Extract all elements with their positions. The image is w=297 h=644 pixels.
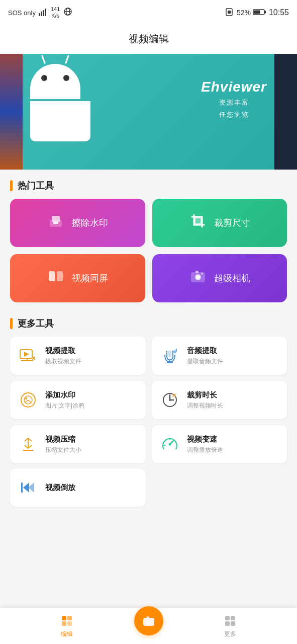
add-watermark-name: 添加水印 (45, 390, 84, 400)
splitscreen-icon (47, 267, 65, 289)
nav-item-edit[interactable]: 编辑 (0, 614, 134, 638)
status-bar: SOS only 141K/s 52% 10:55 (0, 0, 297, 25)
camera-center-button[interactable] (134, 606, 163, 635)
banner-app-name: Ehviewer (201, 79, 267, 95)
crop-icon (189, 212, 207, 234)
video-speed-text: 视频变速 调整播放倍速 (187, 435, 223, 454)
add-watermark-icon (17, 389, 39, 411)
svg-rect-64 (225, 621, 230, 626)
trim-duration-desc: 调整视频时长 (187, 401, 223, 410)
svg-rect-52 (21, 482, 23, 493)
banner-text: Ehviewer 资源丰富 任您浏览 (201, 79, 267, 119)
split-screen-label: 视频同屏 (72, 272, 108, 284)
more-tools-grid: 视频提取 提取视频文件 音频提取 提取音频文件 (0, 337, 297, 468)
svg-rect-2 (43, 10, 44, 16)
svg-point-20 (196, 276, 200, 279)
hot-tools-grid: 擦除水印 裁剪尺寸 视频同屏 (0, 199, 297, 307)
hot-tools-title: 热门工具 (18, 180, 54, 192)
speed-text: 141K/s (51, 6, 60, 19)
svg-rect-13 (52, 216, 60, 222)
tool-video-compress[interactable]: 视频压缩 压缩文件大小 (10, 425, 146, 463)
hot-tool-watermark-remove[interactable]: 擦除水印 (10, 199, 145, 247)
battery-percent: 52% (237, 9, 251, 17)
hot-tool-super-camera[interactable]: 超级相机 (152, 254, 287, 302)
audio-extract-text: 音频提取 提取音频文件 (187, 346, 223, 366)
tool-add-watermark[interactable]: 添加水印 图片|文字|涂鸦 (10, 381, 146, 419)
camera-card-icon (189, 267, 207, 289)
status-left: SOS only 141K/s (8, 6, 73, 19)
network-icon (63, 8, 73, 18)
hot-tool-crop-size[interactable]: 裁剪尺寸 (152, 199, 287, 247)
svg-marker-24 (24, 352, 29, 357)
tool-video-reverse[interactable]: 视频倒放 (10, 468, 146, 507)
svg-point-39 (169, 399, 171, 401)
video-compress-text: 视频压缩 压缩文件大小 (45, 435, 81, 454)
video-compress-name: 视频压缩 (45, 435, 81, 444)
tool-audio-extract[interactable]: 音频提取 提取音频文件 (152, 337, 287, 375)
svg-rect-17 (57, 271, 63, 281)
svg-rect-55 (62, 621, 66, 626)
svg-point-35 (25, 397, 27, 399)
video-compress-icon (17, 433, 39, 455)
svg-rect-56 (67, 621, 72, 626)
audio-extract-icon (159, 345, 181, 367)
status-right: 52% 10:55 (226, 8, 289, 18)
video-speed-icon (159, 433, 181, 455)
watermark-remove-label: 擦除水印 (72, 217, 108, 229)
svg-rect-53 (62, 616, 66, 620)
svg-rect-10 (254, 10, 260, 14)
svg-rect-11 (264, 11, 266, 13)
video-compress-desc: 压缩文件大小 (45, 446, 81, 454)
edit-nav-label: 编辑 (61, 630, 73, 638)
svg-rect-54 (67, 616, 72, 620)
video-extract-name: 视频提取 (45, 346, 81, 356)
video-reverse-name: 视频倒放 (45, 483, 75, 493)
svg-point-22 (201, 273, 203, 275)
page-title: 视频编辑 (0, 25, 297, 54)
add-watermark-text: 添加水印 图片|文字|涂鸦 (45, 390, 84, 410)
tool-video-extract[interactable]: 视频提取 提取视频文件 (10, 337, 146, 375)
svg-line-48 (165, 440, 166, 441)
trim-duration-text: 裁剪时长 调整视频时长 (187, 390, 223, 410)
svg-rect-62 (225, 616, 230, 620)
svg-point-59 (147, 620, 150, 623)
svg-rect-3 (45, 9, 46, 16)
banner-subtitle2: 任您浏览 (201, 110, 267, 119)
sim-icon (226, 8, 235, 18)
android-robot (30, 64, 90, 141)
svg-point-33 (21, 393, 35, 407)
video-reverse-icon (17, 476, 39, 499)
hot-tools-accent (10, 180, 13, 191)
tool-video-speed[interactable]: 视频变速 调整播放倍速 (152, 425, 287, 463)
audio-extract-name: 音频提取 (187, 346, 223, 356)
more-nav-icon (223, 614, 237, 628)
battery-icon (253, 8, 267, 18)
more-nav-label: 更多 (224, 630, 236, 638)
more-tools-accent (10, 318, 13, 329)
video-speed-desc: 调整播放倍速 (187, 446, 223, 454)
bottom-nav: 编辑 更多 (0, 608, 297, 644)
hot-tools-header: 热门工具 (0, 170, 297, 199)
svg-rect-1 (41, 12, 42, 16)
super-camera-label: 超级相机 (214, 272, 250, 284)
banner-subtitle1: 资源丰富 (201, 98, 267, 107)
more-tools-header: 更多工具 (0, 307, 297, 337)
edit-nav-icon (60, 614, 74, 628)
video-reverse-text: 视频倒放 (45, 483, 75, 493)
svg-rect-63 (231, 616, 235, 620)
crop-size-label: 裁剪尺寸 (214, 217, 250, 229)
svg-point-31 (173, 350, 176, 353)
svg-rect-60 (147, 616, 149, 619)
eraser-icon (47, 212, 65, 234)
nav-item-camera[interactable] (134, 616, 163, 635)
svg-rect-16 (49, 271, 55, 281)
video-extract-desc: 提取视频文件 (45, 357, 81, 366)
signal-icon (39, 8, 48, 18)
trim-duration-name: 裁剪时长 (187, 390, 223, 400)
svg-point-61 (151, 619, 152, 620)
tool-trim-duration[interactable]: 裁剪时长 调整视频时长 (152, 381, 287, 419)
nav-item-more[interactable]: 更多 (163, 614, 298, 638)
svg-rect-8 (228, 11, 231, 14)
hot-tool-split-screen[interactable]: 视频同屏 (10, 254, 145, 302)
video-speed-name: 视频变速 (187, 435, 223, 444)
